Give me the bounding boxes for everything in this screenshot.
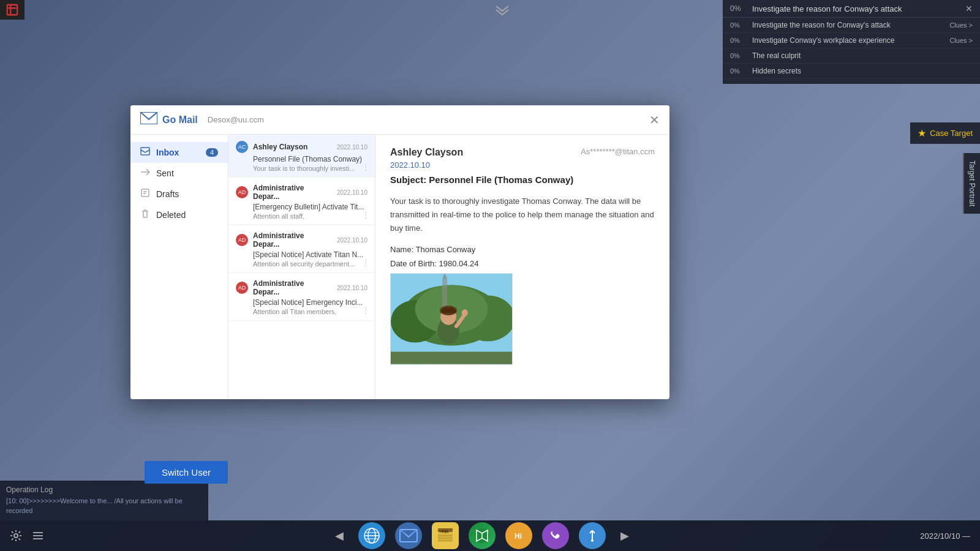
email-subject-3: [Special Notice] Emergency Inci... xyxy=(236,298,368,307)
email-preview-1: Attention all staff, xyxy=(236,212,368,220)
mail-sidebar: Inbox 4 Sent xyxy=(130,135,228,399)
taskbar-center: ◀ +SQL xyxy=(54,522,910,549)
sub-text-0: Investigate the reason for Conway's atta… xyxy=(752,21,949,29)
sidebar-item-sent[interactable]: Sent xyxy=(130,163,228,184)
nav-left-btn[interactable]: ◀ xyxy=(330,529,349,542)
switch-user-button[interactable]: Switch User xyxy=(145,461,228,484)
taskbar-blue-app[interactable] xyxy=(579,522,606,549)
sub-text-3: Hidden secrets xyxy=(752,67,973,75)
email-item-3[interactable]: AD Administrative Depar... 2022.10.10 [S… xyxy=(228,273,375,321)
sidebar-item-deleted[interactable]: Deleted xyxy=(130,204,228,225)
email-header-1: AD Administrative Depar... 2022.10.10 xyxy=(236,184,368,201)
sub-pct-1: 0% xyxy=(730,37,752,44)
desktop: Go Mail Desox@uu.ccm ✕ Inbox 4 xyxy=(0,20,980,520)
email-date-3: 2022.10.10 xyxy=(337,285,368,291)
star-icon: ★ xyxy=(918,127,926,139)
sub-pct-3: 0% xyxy=(730,67,752,75)
sidebar-item-drafts[interactable]: Drafts xyxy=(130,184,228,204)
svg-point-41 xyxy=(591,539,594,542)
svg-point-17 xyxy=(14,534,18,538)
email-item-1[interactable]: AD Administrative Depar... 2022.10.10 [E… xyxy=(228,178,375,225)
email-avatar-3: AD xyxy=(236,282,248,294)
drafts-label: Drafts xyxy=(156,189,218,199)
top-bar xyxy=(0,0,980,20)
svg-rect-4 xyxy=(141,189,149,197)
sub-pct-0: 0% xyxy=(730,21,752,29)
email-date-1: 2022.10.10 xyxy=(337,189,368,196)
mail-logo: Go Mail xyxy=(140,112,198,127)
operation-log: Operation Log [10: 00]>>>>>>>>Welcome to… xyxy=(0,481,208,520)
svg-rect-10 xyxy=(442,279,447,310)
email-header-0: AC Ashley Clayson 2022.10.10 xyxy=(236,141,368,153)
email-item-2[interactable]: AD Administrative Depar... 2022.10.10 [S… xyxy=(228,225,375,273)
email-preview-2: Attention all security department... xyxy=(236,260,368,268)
op-log-title: Operation Log xyxy=(6,485,202,494)
email-header-2: AD Administrative Depar... 2022.10.10 xyxy=(236,231,368,249)
character-image xyxy=(390,273,513,365)
inbox-icon xyxy=(140,147,150,158)
case-target-button[interactable]: ★ Case Target xyxy=(910,122,980,144)
nav-right-btn[interactable]: ▶ xyxy=(616,529,634,542)
taskbar-datetime-area: 2022/10/10 — xyxy=(920,531,970,541)
email-dots-2[interactable]: ⋮ xyxy=(361,258,370,268)
mail-window: Go Mail Desox@uu.ccm ✕ Inbox 4 xyxy=(130,105,669,399)
email-dots-1[interactable]: ⋮ xyxy=(361,210,370,220)
detail-from: Ashley Clayson xyxy=(390,147,463,158)
sent-icon xyxy=(140,168,150,179)
clues-btn-0[interactable]: Clues > xyxy=(949,21,973,29)
detail-body: Your task is to thoroughly investigate T… xyxy=(390,195,655,235)
detail-date: 2022.10.10 xyxy=(390,160,655,170)
drafts-icon xyxy=(140,189,150,200)
taskbar-left xyxy=(0,527,54,544)
email-detail: Ashley Clayson As********@titan.ccm 2022… xyxy=(375,135,669,399)
taskbar-mail-app[interactable] xyxy=(395,522,422,549)
detail-name: Name: Thomas Conway xyxy=(390,245,655,254)
inbox-label: Inbox xyxy=(156,148,200,157)
clues-btn-1[interactable]: Clues > xyxy=(949,37,973,44)
taskbar-sql-app[interactable]: +SQL xyxy=(432,522,459,549)
detail-dob: Date of Birth: 1980.04.24 xyxy=(390,259,655,268)
taskbar-datetime: 2022/10/10 — xyxy=(920,531,970,541)
email-item-0[interactable]: AC Ashley Clayson 2022.10.10 Personnel F… xyxy=(228,135,375,178)
email-avatar-0: AC xyxy=(236,141,248,153)
email-subject-2: [Special Notice] Activate Titan N... xyxy=(236,250,368,259)
taskbar: ◀ +SQL xyxy=(0,520,980,551)
email-dots-0[interactable]: ⋮ xyxy=(361,162,370,172)
detail-to: As********@titan.ccm xyxy=(581,147,655,156)
deleted-icon xyxy=(140,209,150,220)
taskbar-map-app[interactable] xyxy=(469,522,496,549)
sub-pct-2: 0% xyxy=(730,52,752,59)
op-log-text: [10: 00]>>>>>>>>Welcome to the... /All y… xyxy=(6,497,202,515)
svg-point-15 xyxy=(462,309,468,317)
inbox-badge: 4 xyxy=(206,148,218,157)
mail-app-title: Go Mail xyxy=(162,114,198,126)
email-sender-1: Administrative Depar... xyxy=(253,184,332,201)
email-date-0: 2022.10.10 xyxy=(337,144,368,151)
sidebar-item-inbox[interactable]: Inbox 4 xyxy=(130,142,228,163)
email-sender-0: Ashley Clayson xyxy=(253,143,332,151)
taskbar-phone-app[interactable] xyxy=(542,522,569,549)
email-dots-3[interactable]: ⋮ xyxy=(361,305,370,315)
mail-logo-icon xyxy=(140,112,157,127)
mail-close-button[interactable]: ✕ xyxy=(649,113,660,127)
sub-text-2: The real culprit xyxy=(752,51,973,60)
mail-body: Inbox 4 Sent xyxy=(130,135,669,399)
menu-icon[interactable] xyxy=(29,527,47,544)
taskbar-globe-app[interactable] xyxy=(358,522,385,549)
email-preview-0: Your task is to thoroughly investi... xyxy=(236,165,368,172)
svg-rect-0 xyxy=(7,5,18,15)
app-logo[interactable] xyxy=(0,0,24,20)
svg-marker-1 xyxy=(140,112,157,119)
settings-icon[interactable] xyxy=(7,527,24,544)
mail-titlebar: Go Mail Desox@uu.ccm ✕ xyxy=(130,105,669,135)
email-subject-0: Personnel File (Thomas Conway) xyxy=(236,155,368,163)
objective-sub-3: 0% Hidden secrets xyxy=(723,64,980,79)
target-portrait-tab[interactable]: Target Portrait xyxy=(963,153,980,214)
svg-rect-16 xyxy=(391,352,512,364)
svg-text:+SQL: +SQL xyxy=(439,530,449,533)
chevron-down-icon[interactable] xyxy=(24,4,980,16)
email-sender-2: Administrative Depar... xyxy=(253,231,332,249)
detail-header: Ashley Clayson As********@titan.ccm xyxy=(390,147,655,158)
taskbar-hi-app[interactable]: Hi xyxy=(505,522,532,549)
case-target-label: Case Target xyxy=(930,129,973,138)
